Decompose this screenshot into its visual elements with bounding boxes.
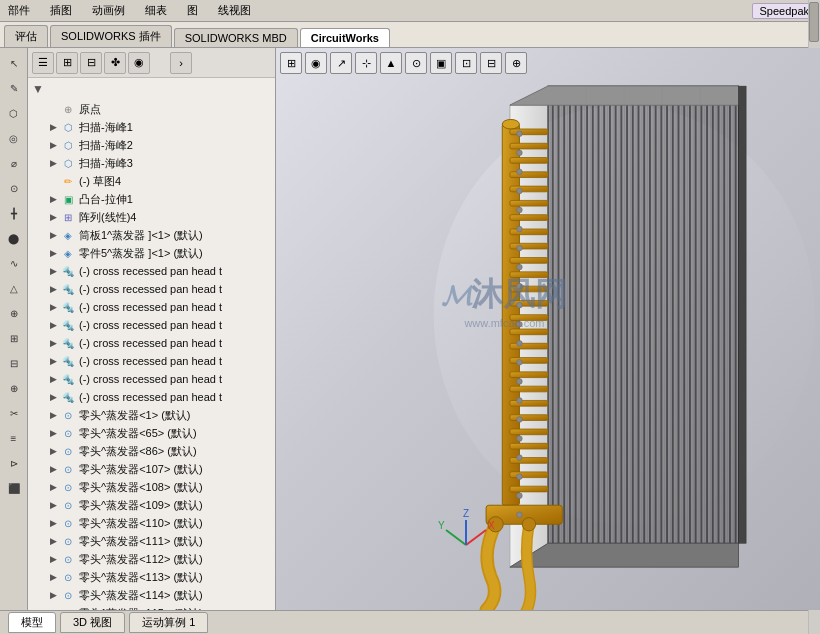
top-menu-bar: 部件 插图 动画例 细表 图 线视图 Speedpak: [0, 0, 820, 22]
menu-illustration[interactable]: 插图: [46, 2, 76, 19]
tree-arrow: ▶: [50, 572, 60, 582]
menu-diagram[interactable]: 图: [183, 2, 202, 19]
toolbar-grid-icon[interactable]: ⊞: [3, 327, 25, 349]
tree-item-origin[interactable]: ⊕ 原点: [28, 100, 275, 118]
tree-label-assy8: 零头^蒸发器<111> (默认): [79, 534, 203, 549]
svg-point-45: [517, 207, 523, 213]
tree-item-assy1[interactable]: ▶ ⊙ 零头^蒸发器<1> (默认): [28, 406, 275, 424]
ft-btn-1[interactable]: ☰: [32, 52, 54, 74]
tree-item-assy9[interactable]: ▶ ⊙ 零头^蒸发器<112> (默认): [28, 550, 275, 568]
toolbar-sketch-icon[interactable]: ✎: [3, 77, 25, 99]
axis-indicator: X Y Z: [436, 505, 496, 565]
tab-solidworks-plugin[interactable]: SOLIDWORKS 插件: [50, 25, 172, 47]
tree-item-sketch4[interactable]: ✏ (-) 草图4: [28, 172, 275, 190]
toolbar-minus-icon[interactable]: ⊟: [3, 352, 25, 374]
toolbar-shape-icon[interactable]: ⬡: [3, 102, 25, 124]
svg-rect-28: [510, 372, 548, 378]
tree-arrow: ▶: [50, 140, 60, 150]
ft-btn-3[interactable]: ⊟: [80, 52, 102, 74]
tree-item-screw1[interactable]: ▶ 🔩 (-) cross recessed pan head t: [28, 262, 275, 280]
tab-evaluate[interactable]: 评估: [4, 25, 48, 47]
tree-item-screw3[interactable]: ▶ 🔩 (-) cross recessed pan head t: [28, 298, 275, 316]
tree-item-scan2[interactable]: ▶ ⬡ 扫描-海峰2: [28, 136, 275, 154]
tree-item-scan3[interactable]: ▶ ⬡ 扫描-海峰3: [28, 154, 275, 172]
toolbar-trim-icon[interactable]: △: [3, 277, 25, 299]
ft-btn-4[interactable]: ✤: [104, 52, 126, 74]
ft-btn-5[interactable]: ◉: [128, 52, 150, 74]
toolbar-spline-icon[interactable]: ∿: [3, 252, 25, 274]
tree-item-scan1[interactable]: ▶ ⬡ 扫描-海峰1: [28, 118, 275, 136]
tree-item-assy2[interactable]: ▶ ⊙ 零头^蒸发器<65> (默认): [28, 424, 275, 442]
svg-rect-11: [510, 129, 548, 135]
svg-rect-21: [510, 272, 548, 278]
feature-tree-scroll[interactable]: ⊕ 原点 ▶ ⬡ 扫描-海峰1 ▶ ⬡ 扫描-海峰2 ▶ ⬡ 扫描-海峰3: [28, 100, 275, 610]
tree-item-screw7[interactable]: ▶ 🔩 (-) cross recessed pan head t: [28, 370, 275, 388]
tree-item-assy3[interactable]: ▶ ⊙ 零头^蒸发器<86> (默认): [28, 442, 275, 460]
assembly-icon-10: ⊙: [60, 569, 76, 585]
status-bar: 模型 3D 视图 运动算例 1: [0, 610, 820, 634]
tree-item-screw4[interactable]: ▶ 🔩 (-) cross recessed pan head t: [28, 316, 275, 334]
pattern-icon: ⊞: [60, 209, 76, 225]
viewport[interactable]: ⊞ ◉ ↗ ⊹ ▲ ⊙ ▣ ⊡ ⊟ ⊕: [276, 48, 820, 610]
tree-item-assy6[interactable]: ▶ ⊙ 零头^蒸发器<109> (默认): [28, 496, 275, 514]
menu-animation[interactable]: 动画例: [88, 2, 129, 19]
boss-icon: ▣: [60, 191, 76, 207]
tree-item-screw2[interactable]: ▶ 🔩 (-) cross recessed pan head t: [28, 280, 275, 298]
svg-rect-13: [510, 158, 548, 164]
assembly-icon-7: ⊙: [60, 515, 76, 531]
tree-item-screw5[interactable]: ▶ 🔩 (-) cross recessed pan head t: [28, 334, 275, 352]
toolbar-play-icon[interactable]: ⊳: [3, 452, 25, 474]
tree-item-assy12[interactable]: ▶ ⊙ 零头^蒸发器<115> (默认): [28, 604, 275, 610]
tree-label-assy10: 零头^蒸发器<113> (默认): [79, 570, 203, 585]
toolbar-select-icon[interactable]: ↖: [3, 52, 25, 74]
tab-circuitworks[interactable]: CircuitWorks: [300, 28, 390, 47]
assembly-icon-6: ⊙: [60, 497, 76, 513]
tree-item-assy4[interactable]: ▶ ⊙ 零头^蒸发器<107> (默认): [28, 460, 275, 478]
status-tab-model[interactable]: 模型: [8, 612, 56, 633]
tree-label-assy5: 零头^蒸发器<108> (默认): [79, 480, 203, 495]
menu-parts[interactable]: 部件: [4, 2, 34, 19]
toolbar-lines-icon[interactable]: ≡: [3, 427, 25, 449]
toolbar-constraint-icon[interactable]: ⊙: [3, 177, 25, 199]
toolbar-circle-icon[interactable]: ◎: [3, 127, 25, 149]
status-tab-motion[interactable]: 运动算例 1: [129, 612, 208, 633]
menu-lineview[interactable]: 线视图: [214, 2, 255, 19]
scan-icon-3: ⬡: [60, 155, 76, 171]
toolbar-dimension-icon[interactable]: ⌀: [3, 152, 25, 174]
tree-item-boss[interactable]: ▶ ▣ 凸台-拉伸1: [28, 190, 275, 208]
ft-btn-arrow[interactable]: ›: [170, 52, 192, 74]
tree-item-screw6[interactable]: ▶ 🔩 (-) cross recessed pan head t: [28, 352, 275, 370]
tree-label-assy4: 零头^蒸发器<107> (默认): [79, 462, 203, 477]
tree-item-assy8[interactable]: ▶ ⊙ 零头^蒸发器<111> (默认): [28, 532, 275, 550]
screw-icon-3: 🔩: [60, 299, 76, 315]
origin-icon: ⊕: [60, 101, 76, 117]
tab-solidworks-mbd[interactable]: SOLIDWORKS MBD: [174, 28, 298, 47]
menu-table[interactable]: 细表: [141, 2, 171, 19]
tree-item-assy7[interactable]: ▶ ⊙ 零头^蒸发器<110> (默认): [28, 514, 275, 532]
tree-item-part1[interactable]: ▶ ◈ 筒板1^蒸发器 ]<1> (默认): [28, 226, 275, 244]
svg-point-44: [517, 188, 523, 194]
svg-point-55: [517, 398, 523, 404]
tree-item-part2[interactable]: ▶ ◈ 零件5^蒸发器 ]<1> (默认): [28, 244, 275, 262]
scrollbar-thumb[interactable]: [809, 2, 819, 42]
toolbar-cross-icon[interactable]: ╋: [3, 202, 25, 224]
tree-item-screw8[interactable]: ▶ 🔩 (-) cross recessed pan head t: [28, 388, 275, 406]
status-tab-3dview[interactable]: 3D 视图: [60, 612, 125, 633]
tree-item-assy5[interactable]: ▶ ⊙ 零头^蒸发器<108> (默认): [28, 478, 275, 496]
toolbar-cut-icon[interactable]: ✂: [3, 402, 25, 424]
ft-btn-2[interactable]: ⊞: [56, 52, 78, 74]
tree-item-assy11[interactable]: ▶ ⊙ 零头^蒸发器<114> (默认): [28, 586, 275, 604]
tree-item-pattern[interactable]: ▶ ⊞ 阵列(线性)4: [28, 208, 275, 226]
tree-arrow: ▶: [50, 590, 60, 600]
svg-rect-16: [510, 200, 548, 206]
toolbar-box-icon[interactable]: ⬛: [3, 477, 25, 499]
tree-arrow: ▶: [50, 122, 60, 132]
toolbar-plus-icon[interactable]: ⊕: [3, 377, 25, 399]
toolbar-add-icon[interactable]: ⊕: [3, 302, 25, 324]
tree-arrow: ▶: [50, 608, 60, 610]
tree-label-assy12: 零头^蒸发器<115> (默认): [79, 606, 203, 611]
toolbar-point-icon[interactable]: ⬤: [3, 227, 25, 249]
tree-label-assy9: 零头^蒸发器<112> (默认): [79, 552, 203, 567]
svg-point-59: [517, 474, 523, 480]
tree-item-assy10[interactable]: ▶ ⊙ 零头^蒸发器<113> (默认): [28, 568, 275, 586]
